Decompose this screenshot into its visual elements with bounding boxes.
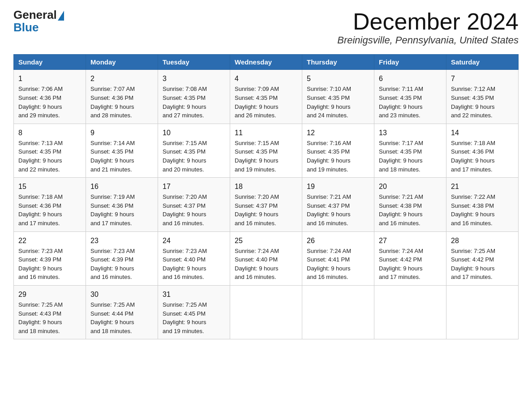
- day-number: 3: [163, 73, 225, 84]
- day-number: 18: [235, 181, 297, 192]
- day-cell: 28 Sunrise: 7:25 AM Sunset: 4:42 PM Dayl…: [446, 231, 519, 285]
- day-number: 20: [379, 181, 442, 192]
- day-cell: 11 Sunrise: 7:15 AM Sunset: 4:35 PM Dayl…: [230, 124, 302, 177]
- day-number: 29: [18, 289, 81, 300]
- day-number: 15: [18, 181, 81, 192]
- day-number: 28: [451, 235, 514, 246]
- day-info: Sunrise: 7:24 AM Sunset: 4:42 PM Dayligh…: [379, 248, 423, 281]
- day-info: Sunrise: 7:15 AM Sunset: 4:35 PM Dayligh…: [163, 140, 207, 173]
- day-info: Sunrise: 7:25 AM Sunset: 4:45 PM Dayligh…: [163, 301, 207, 334]
- day-cell: 31 Sunrise: 7:25 AM Sunset: 4:45 PM Dayl…: [158, 285, 230, 339]
- day-cell: 24 Sunrise: 7:23 AM Sunset: 4:40 PM Dayl…: [158, 231, 230, 285]
- day-info: Sunrise: 7:10 AM Sunset: 4:35 PM Dayligh…: [307, 86, 351, 119]
- header-row: SundayMondayTuesdayWednesdayThursdayFrid…: [14, 55, 519, 70]
- day-info: Sunrise: 7:18 AM Sunset: 4:36 PM Dayligh…: [451, 140, 495, 173]
- day-cell: 20 Sunrise: 7:21 AM Sunset: 4:38 PM Dayl…: [374, 178, 446, 231]
- day-info: Sunrise: 7:07 AM Sunset: 4:36 PM Dayligh…: [90, 86, 135, 119]
- calendar-header: SundayMondayTuesdayWednesdayThursdayFrid…: [14, 55, 519, 70]
- day-cell: 23 Sunrise: 7:23 AM Sunset: 4:39 PM Dayl…: [86, 231, 158, 285]
- day-info: Sunrise: 7:20 AM Sunset: 4:37 PM Dayligh…: [163, 193, 207, 227]
- day-cell: 19 Sunrise: 7:21 AM Sunset: 4:37 PM Dayl…: [302, 178, 374, 231]
- day-info: Sunrise: 7:23 AM Sunset: 4:39 PM Dayligh…: [90, 248, 135, 281]
- day-cell: 7 Sunrise: 7:12 AM Sunset: 4:35 PM Dayli…: [446, 70, 519, 124]
- day-cell: 4 Sunrise: 7:09 AM Sunset: 4:35 PM Dayli…: [230, 70, 302, 124]
- day-number: 21: [451, 181, 514, 192]
- day-cell: 10 Sunrise: 7:15 AM Sunset: 4:35 PM Dayl…: [158, 124, 230, 177]
- day-cell: 29 Sunrise: 7:25 AM Sunset: 4:43 PM Dayl…: [14, 285, 86, 339]
- header-tuesday: Tuesday: [158, 55, 230, 70]
- day-info: Sunrise: 7:25 AM Sunset: 4:43 PM Dayligh…: [18, 301, 63, 334]
- logo: General Blue: [13, 9, 65, 34]
- day-info: Sunrise: 7:18 AM Sunset: 4:36 PM Dayligh…: [18, 193, 63, 227]
- header-sunday: Sunday: [14, 55, 86, 70]
- day-number: 16: [90, 181, 153, 192]
- header-saturday: Saturday: [446, 55, 519, 70]
- calendar-body: 1 Sunrise: 7:06 AM Sunset: 4:36 PM Dayli…: [14, 70, 519, 339]
- day-info: Sunrise: 7:09 AM Sunset: 4:35 PM Dayligh…: [235, 86, 279, 119]
- day-cell: 21 Sunrise: 7:22 AM Sunset: 4:38 PM Dayl…: [446, 178, 519, 231]
- day-info: Sunrise: 7:25 AM Sunset: 4:44 PM Dayligh…: [90, 301, 135, 334]
- day-info: Sunrise: 7:12 AM Sunset: 4:35 PM Dayligh…: [451, 86, 495, 119]
- day-info: Sunrise: 7:24 AM Sunset: 4:41 PM Dayligh…: [307, 248, 351, 281]
- day-info: Sunrise: 7:22 AM Sunset: 4:38 PM Dayligh…: [451, 193, 495, 227]
- day-cell: 14 Sunrise: 7:18 AM Sunset: 4:36 PM Dayl…: [446, 124, 519, 177]
- day-info: Sunrise: 7:13 AM Sunset: 4:35 PM Dayligh…: [18, 140, 63, 173]
- day-number: 13: [379, 128, 442, 138]
- day-cell: 22 Sunrise: 7:23 AM Sunset: 4:39 PM Dayl…: [14, 231, 86, 285]
- week-row: 15 Sunrise: 7:18 AM Sunset: 4:36 PM Dayl…: [14, 178, 519, 231]
- day-info: Sunrise: 7:24 AM Sunset: 4:40 PM Dayligh…: [235, 248, 279, 281]
- month-title: December 2024: [337, 9, 519, 34]
- day-cell: 15 Sunrise: 7:18 AM Sunset: 4:36 PM Dayl…: [14, 178, 86, 231]
- header-wednesday: Wednesday: [230, 55, 302, 70]
- day-info: Sunrise: 7:25 AM Sunset: 4:42 PM Dayligh…: [451, 248, 495, 281]
- day-info: Sunrise: 7:16 AM Sunset: 4:35 PM Dayligh…: [307, 140, 351, 173]
- day-cell: [302, 285, 374, 339]
- location-title: Breinigsville, Pennsylvania, United Stat…: [337, 34, 519, 46]
- day-number: 14: [451, 128, 514, 138]
- day-number: 8: [18, 128, 81, 138]
- day-number: 30: [90, 289, 153, 300]
- day-number: 27: [379, 235, 442, 246]
- day-cell: 9 Sunrise: 7:14 AM Sunset: 4:35 PM Dayli…: [86, 124, 158, 177]
- day-number: 25: [235, 235, 297, 246]
- day-info: Sunrise: 7:21 AM Sunset: 4:37 PM Dayligh…: [307, 193, 351, 227]
- day-cell: 5 Sunrise: 7:10 AM Sunset: 4:35 PM Dayli…: [302, 70, 374, 124]
- day-info: Sunrise: 7:20 AM Sunset: 4:37 PM Dayligh…: [235, 193, 279, 227]
- day-info: Sunrise: 7:06 AM Sunset: 4:36 PM Dayligh…: [18, 86, 63, 119]
- day-cell: 12 Sunrise: 7:16 AM Sunset: 4:35 PM Dayl…: [302, 124, 374, 177]
- day-number: 22: [18, 235, 81, 246]
- day-cell: 16 Sunrise: 7:19 AM Sunset: 4:36 PM Dayl…: [86, 178, 158, 231]
- day-info: Sunrise: 7:23 AM Sunset: 4:39 PM Dayligh…: [18, 248, 63, 281]
- day-number: 2: [90, 73, 153, 84]
- day-cell: 3 Sunrise: 7:08 AM Sunset: 4:35 PM Dayli…: [158, 70, 230, 124]
- day-cell: [230, 285, 302, 339]
- day-number: 9: [90, 128, 153, 138]
- day-info: Sunrise: 7:17 AM Sunset: 4:35 PM Dayligh…: [379, 140, 423, 173]
- week-row: 1 Sunrise: 7:06 AM Sunset: 4:36 PM Dayli…: [14, 70, 519, 124]
- day-cell: 30 Sunrise: 7:25 AM Sunset: 4:44 PM Dayl…: [86, 285, 158, 339]
- day-number: 19: [307, 181, 369, 192]
- week-row: 8 Sunrise: 7:13 AM Sunset: 4:35 PM Dayli…: [14, 124, 519, 177]
- day-number: 1: [18, 73, 81, 84]
- day-number: 26: [307, 235, 369, 246]
- title-block: December 2024 Breinigsville, Pennsylvani…: [337, 9, 519, 46]
- day-cell: 13 Sunrise: 7:17 AM Sunset: 4:35 PM Dayl…: [374, 124, 446, 177]
- logo-blue-text: Blue: [13, 21, 39, 34]
- day-cell: 6 Sunrise: 7:11 AM Sunset: 4:35 PM Dayli…: [374, 70, 446, 124]
- day-info: Sunrise: 7:11 AM Sunset: 4:35 PM Dayligh…: [379, 86, 423, 119]
- day-info: Sunrise: 7:19 AM Sunset: 4:36 PM Dayligh…: [90, 193, 135, 227]
- day-number: 7: [451, 73, 514, 84]
- day-info: Sunrise: 7:08 AM Sunset: 4:35 PM Dayligh…: [163, 86, 207, 119]
- day-cell: 1 Sunrise: 7:06 AM Sunset: 4:36 PM Dayli…: [14, 70, 86, 124]
- day-cell: 8 Sunrise: 7:13 AM Sunset: 4:35 PM Dayli…: [14, 124, 86, 177]
- week-row: 29 Sunrise: 7:25 AM Sunset: 4:43 PM Dayl…: [14, 285, 519, 339]
- page-header: General Blue December 2024 Breinigsville…: [13, 9, 519, 46]
- header-friday: Friday: [374, 55, 446, 70]
- day-cell: 2 Sunrise: 7:07 AM Sunset: 4:36 PM Dayli…: [86, 70, 158, 124]
- day-number: 23: [90, 235, 153, 246]
- day-number: 11: [235, 128, 297, 138]
- day-cell: 17 Sunrise: 7:20 AM Sunset: 4:37 PM Dayl…: [158, 178, 230, 231]
- day-cell: 26 Sunrise: 7:24 AM Sunset: 4:41 PM Dayl…: [302, 231, 374, 285]
- day-number: 10: [163, 128, 225, 138]
- day-cell: [374, 285, 446, 339]
